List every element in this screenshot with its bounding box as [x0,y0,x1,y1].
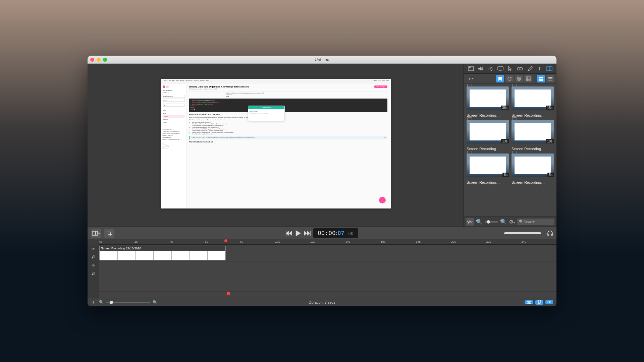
stale: Stale [214,88,217,90]
add-button[interactable]: ＋▾ [466,75,474,82]
media-thumbnail: 10s [512,120,554,143]
gear-icon[interactable]: ⚙▾ [509,219,515,225]
timeline-footer: ＋ 🔍 🔍 Duration: 7 secs 30 [88,298,556,306]
tc-mm: 00: [329,230,338,236]
snapshot-button[interactable] [525,300,533,304]
crop-button[interactable] [104,229,114,238]
media-item[interactable]: 13sScreen Recording… [467,120,509,151]
svg-point-5 [520,67,523,70]
empty-track[interactable] [99,278,556,292]
media-label: Screen Recording… [512,113,554,117]
frame-rate-badge[interactable]: 30 [545,300,553,304]
media-duration: 38s [501,106,509,110]
tab-video-icon[interactable] [467,65,475,72]
media-item[interactable]: 8sScreen Recording… [467,154,509,184]
media-label: Screen Recording… [467,113,509,117]
filter-grid-icon[interactable] [524,75,532,82]
svg-rect-10 [539,77,541,78]
media-item[interactable]: 15sScreen Recording… [512,86,554,117]
menu-item: File [169,80,171,81]
tab-link-icon[interactable] [516,65,524,72]
tab-media-icon[interactable] [546,65,553,72]
skip-forward-button[interactable] [304,231,311,236]
zoom-out-icon[interactable]: 🔍 [476,219,483,225]
timeline-ruler[interactable]: 0s2s4s6s8s10s12s14s16s18s20s22s24s [99,239,556,245]
canvas[interactable]: Safari File Edit View History Bookmarks … [88,64,464,227]
ruler-tick: 10s [275,240,280,243]
nav-settings: Settings [163,118,185,121]
bullet: Use tables for complex information [193,133,387,135]
nav-learn: Learn [163,121,185,124]
volume-slider[interactable] [504,232,541,234]
traffic-lights [90,58,107,62]
track-head-audio[interactable]: 👁 🔊 [88,261,99,278]
menu-item: Develop [194,80,199,81]
tc-ff: 00 [348,231,354,236]
zoom-in-icon[interactable]: 🔍 [500,219,507,225]
zoom-window-button[interactable] [103,58,107,62]
audio-track[interactable] [99,261,556,278]
inspector-panel: ＋▾ 38sScreen Recording…15sScreen Recordi… [464,64,556,227]
track-head-video[interactable]: 👁 🔊 [88,245,99,261]
eject-icon [379,197,386,203]
tab-cursor-icon[interactable] [506,65,514,72]
media-item[interactable]: 10sScreen Recording… [512,120,554,151]
dialog-label: Stale Reason [250,110,283,112]
media-item[interactable]: 5sScreen Recording… [512,154,554,184]
view-grid-icon[interactable] [537,75,545,82]
ruler-tick: 18s [416,240,421,243]
media-item[interactable]: 38sScreen Recording… [467,86,509,117]
tab-audio-icon[interactable] [477,65,484,72]
ruler-tick: 12s [310,240,315,243]
video-preview[interactable]: Safari File Edit View History Bookmarks … [161,79,391,208]
play-button[interactable] [295,230,301,237]
minimize-window-button[interactable] [97,58,101,62]
skip-back-button[interactable] [286,231,292,236]
close-window-button[interactable] [90,58,94,62]
filter-bookmark-icon[interactable] [496,75,504,82]
media-zoom-slider[interactable] [485,221,498,223]
tc-ss: 07 [338,230,345,236]
tab-screen-icon[interactable] [497,65,504,72]
layout-button[interactable]: » [91,229,101,238]
add-track-button[interactable]: ＋ [91,299,96,306]
playhead[interactable] [226,239,226,298]
waveform-icon[interactable] [466,218,474,226]
recent-item: Writing Clear and Digestible Kn… [163,131,185,132]
media-search[interactable]: 🔍 Search [517,219,554,225]
audio-icon[interactable]: 🔊 [91,255,95,259]
titlebar[interactable]: Untitled [88,56,556,64]
video-clip[interactable]: Screen Recording 21/10/2020 [99,246,226,260]
env-select: demo [163,99,185,102]
media-label: Screen Recording… [512,180,554,184]
menu-item: Help [206,80,209,81]
eye-icon[interactable]: 👁 [92,247,95,251]
transport-bar: » 00:00:07 00 [88,227,556,239]
view-list-icon[interactable] [546,75,554,82]
media-library[interactable]: 38sScreen Recording…15sScreen Recording…… [464,84,556,217]
video-track[interactable]: Screen Recording 21/10/2020 [99,245,556,261]
zoom-in-icon[interactable]: 🔍 [153,300,157,304]
eye-icon[interactable]: 👁 [92,264,95,267]
track-rows[interactable]: Screen Recording 21/10/2020 [99,245,556,298]
filter-globe-icon[interactable] [515,75,523,82]
svg-rect-16 [286,231,286,236]
menu-item: View [176,80,179,81]
tab-timer-icon[interactable] [487,65,494,72]
tab-pencil-icon[interactable] [526,65,534,72]
end-marker[interactable] [227,292,230,295]
media-duration: 13s [501,139,509,143]
audio-icon[interactable]: 🔊 [91,272,95,276]
recent-item: Filtering Articles [163,137,185,138]
magnet-button[interactable] [535,300,543,305]
brand: Your HelpDocs [163,89,185,91]
tab-text-icon[interactable] [536,65,543,72]
timeline-zoom-slider[interactable] [106,302,150,303]
headphones-icon[interactable] [547,231,553,236]
timeline: 0s2s4s6s8s10s12s14s16s18s20s22s24s 👁 🔊 👁… [88,239,556,306]
inspector-toolbar: ＋▾ [464,74,556,84]
zoom-out-icon[interactable]: 🔍 [99,300,104,304]
app-window: Untitled Safari File Edit View History B… [88,56,556,306]
sidebar-search: 🔍 [163,104,185,107]
filter-refresh-icon[interactable] [505,75,514,82]
